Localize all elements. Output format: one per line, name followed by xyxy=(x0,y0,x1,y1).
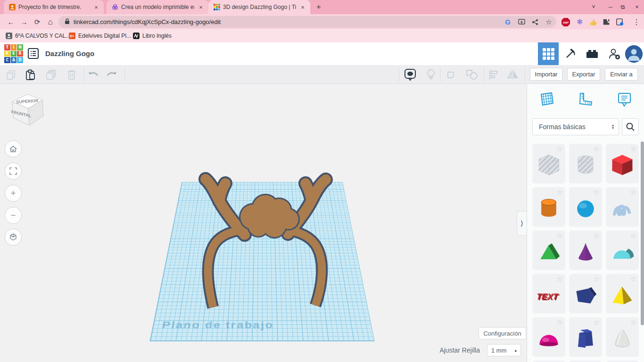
forward-icon[interactable]: → xyxy=(19,17,29,27)
perspective-toggle-button[interactable] xyxy=(5,229,22,246)
tab-tinkercad-active[interactable]: 3D design Dazzling Gogo | Tinke × xyxy=(208,0,310,14)
shapes-panel: Formas básicas ▴▾ ☆☆☆☆☆☆☆☆☆☆TEXTTEXT☆☆☆☆… xyxy=(527,84,644,362)
view-cube[interactable]: SUPERIOR FRONTAL xyxy=(7,90,47,132)
tab-close-icon[interactable]: × xyxy=(197,4,205,11)
mirror-icon[interactable] xyxy=(506,69,519,81)
shape-half-sphere[interactable]: ☆ xyxy=(532,317,565,357)
light-bulb-icon[interactable] xyxy=(425,69,437,81)
shape-polygon[interactable]: ☆ xyxy=(569,274,602,313)
shape-search-button[interactable] xyxy=(622,118,639,135)
bookmark-libro-ingles[interactable]: Libro Inglés xyxy=(133,31,172,41)
adblock-icon[interactable]: ABP xyxy=(560,16,571,27)
tab-search-icon[interactable]: ˅ xyxy=(586,0,601,14)
design-menu-icon[interactable] xyxy=(27,48,39,59)
new-tab-button[interactable]: + xyxy=(313,2,324,13)
reload-icon[interactable]: ⟳ xyxy=(32,17,42,27)
shape-roof[interactable]: ☆ xyxy=(532,230,565,270)
profile-icon[interactable] xyxy=(614,16,625,27)
design-title[interactable]: Dazzling Gogo xyxy=(45,49,94,58)
shape-hole-cylinder[interactable]: ☆ xyxy=(569,144,602,183)
panel-collapse-handle[interactable]: ⟩ xyxy=(517,211,527,236)
shape-pyramid[interactable]: ☆ xyxy=(606,274,639,313)
group-icon[interactable] xyxy=(445,69,457,81)
fit-view-button[interactable] xyxy=(5,163,22,180)
shape-box[interactable]: ☆ xyxy=(606,144,639,183)
close-window-button[interactable]: × xyxy=(630,0,644,14)
brick-icon xyxy=(586,48,599,59)
home-view-button[interactable] xyxy=(5,140,22,157)
snowflake-extension-icon[interactable]: ❄ xyxy=(574,16,586,27)
tab-title: Proyecto fin de trimestre. xyxy=(18,4,90,10)
logo-tile: T xyxy=(4,44,10,50)
copy-icon[interactable] xyxy=(5,69,17,81)
logo-tile: K xyxy=(4,51,10,57)
select-arrows-icon: ▴▾ xyxy=(612,124,614,130)
shape-scribble[interactable]: ☆ xyxy=(606,187,639,227)
svg-text:E+: E+ xyxy=(70,34,74,38)
snap-grid-select[interactable]: 1 mm ▴ xyxy=(487,344,521,356)
bookmark-calvos[interactable]: 6ºA CALVOS Y CAL... xyxy=(6,31,70,41)
logo-tile: A xyxy=(11,57,17,63)
lock-icon xyxy=(65,18,70,26)
logo-tile: I xyxy=(11,44,17,50)
shape-round-roof[interactable]: ☆ xyxy=(606,230,639,270)
home-icon[interactable]: ⌂ xyxy=(45,17,56,27)
loops-icon xyxy=(111,4,118,11)
blocks-view-button[interactable] xyxy=(538,42,559,65)
viewport-3d[interactable]: Plano de trabajo xyxy=(0,84,527,362)
grid-settings-button[interactable]: Configuración xyxy=(479,327,526,339)
import-button[interactable]: Importar xyxy=(530,68,562,81)
shape-category-select[interactable]: Formas básicas ▴▾ xyxy=(532,118,619,135)
ungroup-icon[interactable] xyxy=(466,69,478,81)
shape-hole-box[interactable]: ☆ xyxy=(532,144,565,183)
tinkercad-window: Proyecto fin de trimestre. × Crea un mod… xyxy=(0,0,644,362)
url-text: tinkercad.com/things/cdKqjXcSpCx-dazzlin… xyxy=(74,18,502,25)
minecraft-export-button[interactable] xyxy=(560,42,581,65)
tab-proyecto[interactable]: Proyecto fin de trimestre. × xyxy=(4,0,104,14)
align-icon[interactable] xyxy=(487,69,500,81)
shape-text[interactable]: ☆TEXTTEXT xyxy=(532,274,565,313)
ruler-tool-icon[interactable] xyxy=(576,90,594,109)
share-icon[interactable] xyxy=(529,17,541,27)
restore-button[interactable]: ⧉ xyxy=(616,0,630,14)
shape-paraboloid[interactable]: ☆ xyxy=(606,317,639,357)
duplicate-icon[interactable] xyxy=(45,69,58,81)
google-icon[interactable]: G xyxy=(502,17,514,27)
send-to-button[interactable]: Enviar a xyxy=(605,68,638,81)
avatar[interactable] xyxy=(625,45,643,63)
show-all-icon[interactable] xyxy=(404,69,416,81)
tab-close-icon[interactable]: × xyxy=(299,4,306,11)
shape-hexagonal-prism[interactable]: ☆ xyxy=(569,317,602,357)
browser-menu-icon[interactable]: ⋮ xyxy=(631,16,642,27)
panel-scrollbar[interactable] xyxy=(641,141,644,325)
extensions-puzzle-icon[interactable] xyxy=(601,16,612,27)
shape-cone[interactable]: ☆ xyxy=(569,230,602,270)
tab-close-icon[interactable]: × xyxy=(92,4,100,11)
tinkercad-logo[interactable]: TINKERCAD xyxy=(4,44,23,63)
shape-cylinder[interactable]: ☆ xyxy=(532,187,565,227)
paste-icon[interactable] xyxy=(24,69,36,81)
undo-icon[interactable] xyxy=(87,69,99,81)
model-antler-headband[interactable] xyxy=(0,84,527,362)
bookmark-label: Edelvives Digital Pl... xyxy=(78,33,131,39)
redo-icon[interactable] xyxy=(106,69,118,81)
url-bar[interactable]: tinkercad.com/things/cdKqjXcSpCx-dazzlin… xyxy=(58,16,556,28)
logo-tile: C xyxy=(4,57,10,63)
delete-icon[interactable] xyxy=(66,69,78,81)
svg-text:ABP: ABP xyxy=(563,21,569,24)
notes-tool-icon[interactable] xyxy=(615,90,634,109)
thumb-extension-icon[interactable] xyxy=(587,16,599,27)
workplane-tool-icon[interactable] xyxy=(537,90,555,109)
zoom-in-button[interactable]: + xyxy=(5,185,22,202)
shape-sphere[interactable]: ☆ xyxy=(569,187,602,227)
back-icon[interactable]: ← xyxy=(6,17,16,27)
zoom-out-button[interactable]: − xyxy=(5,207,22,224)
tab-crea-modelo[interactable]: Crea un modelo imprimible en 3 × xyxy=(107,0,208,14)
install-icon[interactable] xyxy=(515,17,528,27)
export-button[interactable]: Exportar xyxy=(567,68,600,81)
bookmark-star-icon[interactable]: ☆ xyxy=(543,17,555,27)
bookmark-edelvives[interactable]: E+ Edelvives Digital Pl... xyxy=(69,31,131,41)
brick-export-button[interactable] xyxy=(582,42,603,65)
logo-tile: N xyxy=(17,44,23,50)
share-design-button[interactable] xyxy=(604,42,624,65)
